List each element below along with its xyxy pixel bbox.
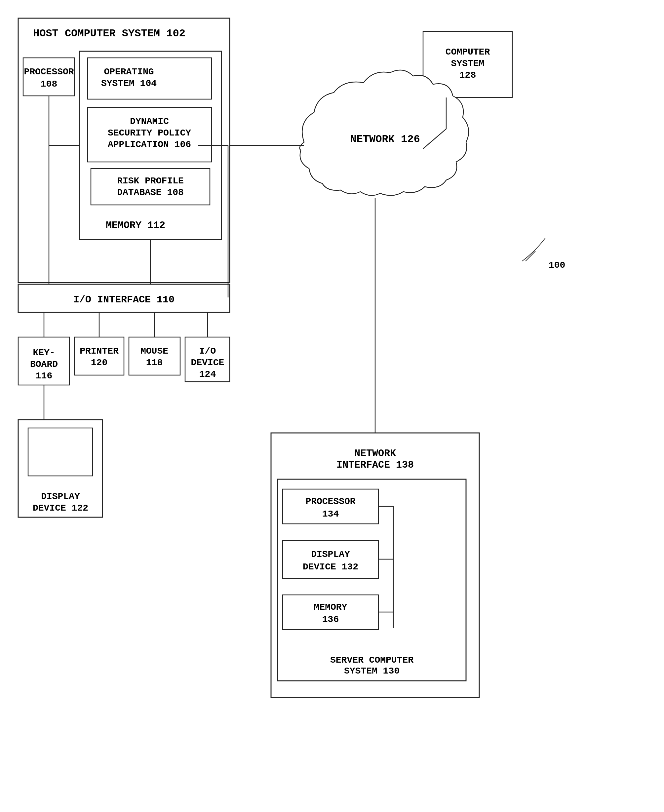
svg-text:124: 124 [199, 369, 216, 379]
svg-rect-58 [278, 479, 466, 681]
svg-text:I/O INTERFACE 110: I/O INTERFACE 110 [73, 294, 174, 305]
svg-text:SECURITY POLICY: SECURITY POLICY [108, 128, 191, 138]
svg-text:NETWORK 126: NETWORK 126 [350, 133, 420, 145]
svg-rect-55 [271, 433, 479, 697]
svg-text:COMPUTER: COMPUTER [446, 47, 490, 57]
svg-rect-43 [28, 428, 93, 476]
svg-text:SYSTEM: SYSTEM [451, 59, 485, 69]
svg-text:RISK PROFILE: RISK PROFILE [117, 176, 184, 186]
svg-text:SERVER COMPUTER: SERVER COMPUTER [330, 655, 413, 665]
svg-text:NETWORK: NETWORK [354, 448, 396, 459]
svg-text:SYSTEM 104: SYSTEM 104 [101, 78, 157, 89]
svg-rect-66 [283, 540, 378, 578]
svg-text:DYNAMIC: DYNAMIC [130, 116, 169, 127]
svg-rect-47 [423, 31, 512, 98]
svg-text:BOARD: BOARD [30, 359, 58, 369]
svg-text:120: 120 [91, 358, 107, 368]
svg-rect-0 [18, 18, 230, 283]
svg-text:INTERFACE 138: INTERFACE 138 [337, 459, 414, 470]
svg-rect-11 [91, 169, 210, 205]
svg-text:KEY-: KEY- [33, 348, 55, 358]
svg-line-54 [423, 129, 446, 149]
svg-text:118: 118 [146, 358, 163, 368]
svg-rect-34 [185, 337, 230, 382]
svg-rect-14 [23, 58, 74, 96]
svg-text:MEMORY 112: MEMORY 112 [106, 220, 165, 231]
svg-text:DEVICE 132: DEVICE 132 [303, 562, 358, 572]
svg-rect-61 [283, 489, 378, 524]
svg-text:PROCESSOR: PROCESSOR [305, 496, 355, 507]
svg-rect-24 [18, 337, 69, 385]
svg-text:134: 134 [322, 509, 339, 519]
svg-text:MOUSE: MOUSE [140, 346, 168, 356]
svg-rect-17 [18, 284, 230, 312]
svg-rect-42 [18, 420, 103, 517]
svg-text:MEMORY: MEMORY [314, 602, 347, 612]
svg-text:DEVICE 122: DEVICE 122 [33, 503, 88, 513]
svg-rect-28 [74, 337, 124, 375]
svg-text:I/O: I/O [199, 346, 216, 356]
svg-text:136: 136 [322, 614, 339, 625]
svg-text:OPERATING: OPERATING [104, 67, 154, 77]
svg-rect-7 [88, 107, 212, 162]
svg-text:APPLICATION 106: APPLICATION 106 [108, 140, 191, 150]
svg-text:108: 108 [41, 79, 57, 89]
svg-text:DEVICE: DEVICE [191, 358, 225, 368]
svg-rect-2 [79, 51, 221, 239]
svg-text:100: 100 [548, 260, 565, 270]
svg-text:DATABASE 108: DATABASE 108 [117, 187, 184, 198]
svg-rect-4 [88, 58, 212, 99]
svg-text:HOST COMPUTER SYSTEM 102: HOST COMPUTER SYSTEM 102 [33, 28, 186, 40]
svg-text:SYSTEM 130: SYSTEM 130 [344, 666, 400, 676]
svg-rect-71 [283, 595, 378, 630]
svg-rect-31 [129, 337, 180, 375]
svg-text:128: 128 [459, 70, 476, 80]
svg-text:PROCESSOR: PROCESSOR [24, 67, 74, 77]
svg-text:116: 116 [36, 371, 52, 381]
svg-text:PRINTER: PRINTER [80, 346, 119, 356]
svg-text:DISPLAY: DISPLAY [41, 491, 80, 502]
svg-text:DISPLAY: DISPLAY [311, 549, 350, 560]
